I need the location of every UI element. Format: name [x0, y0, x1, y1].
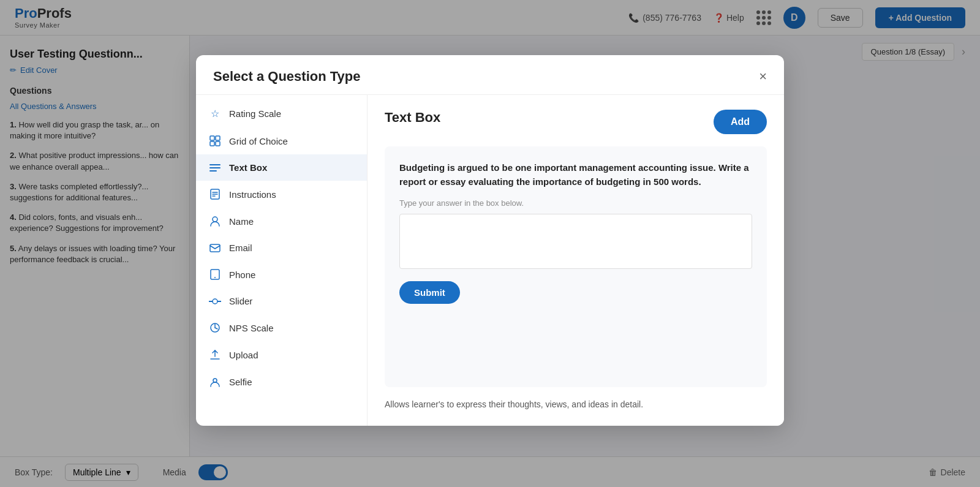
type-label: Instructions — [229, 189, 276, 200]
text-box-icon — [208, 164, 222, 172]
type-label: Email — [229, 243, 252, 253]
type-label: Name — [229, 216, 254, 227]
modal-body: ☆ Rating Scale Grid of Choice — [196, 95, 784, 426]
preview-question-text: Budgeting is argued to be one important … — [399, 161, 752, 189]
submit-button[interactable]: Submit — [399, 281, 460, 304]
preview-answer-area[interactable] — [399, 214, 752, 269]
type-item-nps-scale[interactable]: NPS Scale — [196, 314, 367, 341]
slider-icon — [208, 298, 222, 304]
preview-title: Text Box — [385, 110, 440, 126]
type-label: Grid of Choice — [229, 136, 288, 146]
type-list: ☆ Rating Scale Grid of Choice — [196, 95, 368, 426]
svg-rect-1 — [216, 136, 220, 140]
svg-rect-2 — [210, 142, 214, 146]
type-item-text-box[interactable]: Text Box — [196, 154, 367, 181]
preview-hint: Type your answer in the box below. — [399, 198, 752, 208]
selfie-icon — [208, 376, 222, 387]
svg-rect-12 — [210, 244, 220, 252]
modal-title: Select a Question Type — [213, 69, 360, 85]
type-preview: Text Box Add Budgeting is argued to be o… — [368, 95, 784, 426]
type-item-rating-scale[interactable]: ☆ Rating Scale — [196, 100, 367, 127]
type-item-instructions[interactable]: Instructions — [196, 181, 367, 208]
type-item-upload[interactable]: Upload — [196, 341, 367, 368]
type-item-slider[interactable]: Slider — [196, 288, 367, 314]
type-label: Phone — [229, 270, 255, 280]
type-item-grid-of-choice[interactable]: Grid of Choice — [196, 127, 367, 154]
type-label: Upload — [229, 350, 258, 360]
type-item-email[interactable]: Email — [196, 235, 367, 261]
preview-header: Text Box Add — [385, 110, 767, 134]
phone-icon — [208, 269, 222, 280]
name-icon — [208, 216, 222, 227]
type-label: Selfie — [229, 377, 252, 387]
instructions-icon — [208, 189, 222, 200]
type-label: NPS Scale — [229, 323, 274, 333]
preview-description: Allows learner's to express their though… — [385, 398, 767, 411]
type-label: Rating Scale — [229, 108, 281, 119]
type-item-name[interactable]: Name — [196, 208, 367, 235]
preview-content: Budgeting is argued to be one important … — [385, 146, 767, 387]
svg-rect-3 — [216, 142, 220, 146]
svg-point-11 — [213, 217, 217, 222]
grid-choice-icon — [208, 135, 222, 146]
type-label: Text Box — [229, 162, 267, 173]
add-type-button[interactable]: Add — [714, 110, 767, 134]
email-icon — [208, 244, 222, 252]
svg-rect-0 — [210, 136, 214, 140]
question-type-modal: Select a Question Type × ☆ Rating Scale — [196, 55, 784, 426]
type-item-phone[interactable]: Phone — [196, 261, 367, 288]
nps-icon — [208, 322, 222, 333]
modal-header: Select a Question Type × — [196, 55, 784, 95]
star-icon: ☆ — [208, 108, 222, 119]
svg-point-15 — [213, 299, 217, 304]
upload-icon — [208, 349, 222, 360]
type-item-selfie[interactable]: Selfie — [196, 368, 367, 395]
svg-point-19 — [213, 379, 217, 382]
type-label: Slider — [229, 296, 252, 306]
close-button[interactable]: × — [759, 70, 767, 83]
